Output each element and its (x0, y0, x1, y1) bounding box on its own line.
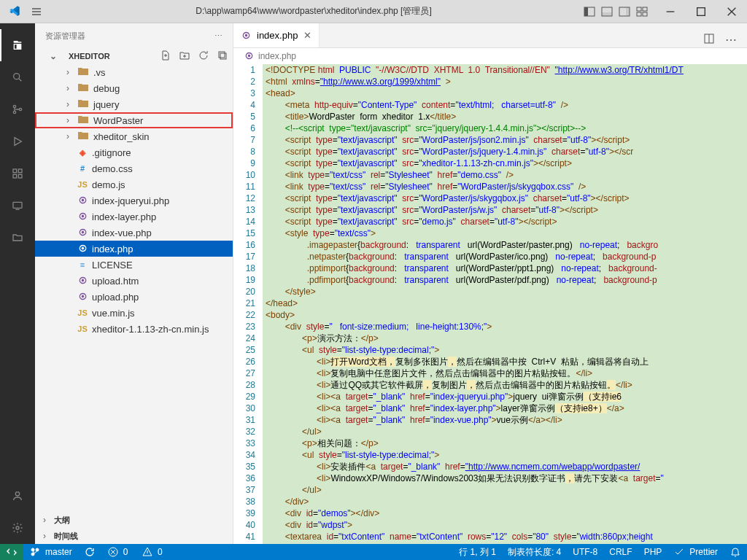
file-type-icon: JS (77, 324, 88, 333)
activity-explorer[interactable] (0, 29, 35, 61)
activity-folder[interactable] (0, 222, 35, 254)
breadcrumb[interactable]: ⦿ index.php (233, 48, 747, 64)
layout-bottom-icon[interactable] (601, 6, 613, 18)
file-license[interactable]: ›≡LICENSE (35, 257, 233, 273)
file-index-vue.php[interactable]: ›⦿index-vue.php (35, 225, 233, 241)
file-type-icon: ⦿ (77, 292, 88, 301)
svg-rect-22 (219, 52, 225, 58)
split-editor-icon[interactable] (703, 33, 715, 47)
file-xheditor-1.1.13-zh-cn.min.js[interactable]: ›JSxheditor-1.1.13-zh-cn.min.js (35, 321, 233, 337)
file-type-icon: JS (77, 180, 88, 189)
layout-right-icon[interactable] (619, 6, 630, 18)
tree-item-label: upload.htm (92, 276, 139, 287)
status-bar: master 0 0 行 1, 列 1 制表符长度: 4 UTF-8 CRLF … (0, 544, 747, 560)
tree-item-label: index-jqueryui.php (92, 195, 169, 206)
svg-rect-3 (602, 12, 612, 16)
file-type-icon: ⦿ (77, 212, 88, 221)
window-title: D:\app\wamp64\www\wordpaster\xheditor\in… (51, 5, 576, 18)
close-button[interactable] (716, 0, 747, 23)
status-branch[interactable]: master (23, 544, 78, 560)
php-file-icon: ⦿ (244, 52, 254, 61)
folder-icon (77, 130, 89, 144)
activity-extensions[interactable] (0, 158, 35, 190)
file-tree: ›.vs›debug›jquery›WordPaster›xheditor_sk… (35, 64, 233, 337)
status-encoding[interactable]: UTF-8 (567, 544, 603, 560)
layout-grid-icon[interactable] (636, 6, 648, 18)
file-index.php[interactable]: ›⦿index.php (35, 241, 233, 257)
tree-item-label: jquery (93, 99, 119, 110)
status-tab-size[interactable]: 制表符长度: 4 (502, 544, 567, 560)
file-index-layer.php[interactable]: ›⦿index-layer.php (35, 209, 233, 225)
svg-point-13 (13, 111, 15, 113)
file-upload.htm[interactable]: ›⦿upload.htm (35, 273, 233, 289)
folder-jquery[interactable]: ›jquery (35, 96, 233, 112)
svg-point-11 (14, 74, 20, 79)
tab-index-php[interactable]: ⦿ index.php ✕ (233, 23, 320, 47)
outline-section[interactable]: ›大纲 (35, 512, 233, 528)
tree-item-label: LICENSE (92, 260, 133, 271)
svg-rect-5 (626, 7, 630, 16)
folder-wordpaster[interactable]: ›WordPaster (35, 112, 233, 128)
file-demo.css[interactable]: ›#demo.css (35, 160, 233, 176)
status-notifications-icon[interactable] (724, 544, 747, 560)
file-.gitignore[interactable]: ›◈.gitignore (35, 144, 233, 160)
tree-item-label: xheditor-1.1.13-zh-cn.min.js (92, 324, 209, 335)
minimize-button[interactable] (655, 0, 686, 23)
activity-search[interactable] (0, 61, 35, 93)
project-name: XHEDITOR (69, 52, 110, 61)
refresh-icon[interactable] (198, 50, 209, 63)
new-folder-icon[interactable] (179, 50, 190, 63)
status-eol[interactable]: CRLF (603, 544, 638, 560)
file-upload.php[interactable]: ›⦿upload.php (35, 289, 233, 305)
menu-icon[interactable] (31, 6, 42, 18)
svg-rect-6 (637, 7, 641, 11)
activity-account[interactable] (0, 480, 35, 512)
file-type-icon: # (77, 164, 88, 173)
more-tab-actions-icon[interactable]: ⋯ (725, 33, 737, 47)
svg-rect-7 (643, 7, 647, 11)
activity-remote-explorer[interactable] (0, 190, 35, 222)
svg-rect-18 (18, 169, 22, 173)
file-index-jqueryui.php[interactable]: ›⦿index-jqueryui.php (35, 192, 233, 209)
sidebar-title: 资源管理器 (45, 31, 85, 42)
svg-rect-1 (584, 7, 588, 16)
status-language[interactable]: PHP (638, 544, 668, 560)
status-prettier[interactable]: Prettier (667, 544, 724, 560)
folder-.vs[interactable]: ›.vs (35, 64, 233, 80)
file-type-icon: ≡ (77, 260, 88, 269)
file-vue.min.js[interactable]: ›JSvue.min.js (35, 305, 233, 321)
activity-run-debug[interactable] (0, 125, 35, 158)
tree-item-label: xheditor_skin (93, 131, 150, 142)
folder-icon (77, 98, 89, 112)
code-editor[interactable]: 1234567891011121314151617181920212223242… (233, 64, 747, 544)
layout-left-icon[interactable] (584, 6, 595, 18)
svg-point-21 (16, 526, 19, 529)
activity-settings[interactable] (0, 512, 35, 544)
sidebar-more-icon[interactable]: ⋯ (214, 31, 222, 41)
file-demo.js[interactable]: ›JSdemo.js (35, 176, 233, 192)
svg-rect-16 (13, 174, 17, 178)
maximize-button[interactable] (686, 0, 716, 23)
folder-debug[interactable]: ›debug (35, 80, 233, 96)
tree-item-label: index.php (92, 244, 133, 254)
svg-rect-15 (13, 169, 17, 173)
folder-xheditor_skin[interactable]: ›xheditor_skin (35, 128, 233, 144)
project-header[interactable]: ⌄ XHEDITOR (35, 48, 233, 64)
close-tab-icon[interactable]: ✕ (303, 30, 311, 41)
new-file-icon[interactable] (160, 50, 171, 63)
activity-source-control[interactable] (0, 93, 35, 125)
tree-item-label: index-vue.php (92, 228, 152, 238)
collapse-all-icon[interactable] (217, 50, 228, 63)
status-problems[interactable]: 0 0 (101, 544, 169, 560)
tree-item-label: debug (93, 83, 120, 94)
tree-item-label: demo.js (92, 179, 125, 190)
remote-indicator[interactable] (0, 544, 23, 560)
folder-icon (77, 66, 89, 79)
tree-item-label: vue.min.js (92, 308, 135, 319)
file-type-icon: ⦿ (77, 276, 88, 285)
timeline-section[interactable]: ›时间线 (35, 528, 233, 544)
title-bar: D:\app\wamp64\www\wordpaster\xheditor\in… (0, 0, 747, 23)
file-type-icon: ⦿ (77, 244, 88, 253)
status-cursor-position[interactable]: 行 1, 列 1 (453, 544, 502, 560)
status-sync[interactable] (78, 544, 101, 560)
